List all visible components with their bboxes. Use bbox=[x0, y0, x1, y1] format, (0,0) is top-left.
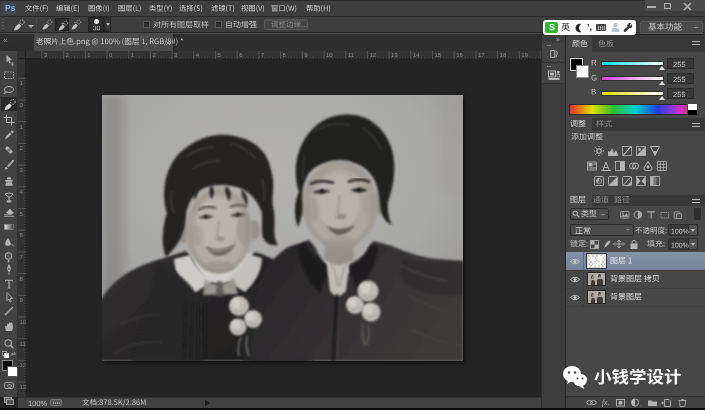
svg-text:fx.: fx. bbox=[602, 398, 609, 407]
svg-text:9: 9 bbox=[20, 297, 24, 303]
svg-text:+: + bbox=[61, 20, 65, 26]
svg-text:7: 7 bbox=[20, 254, 24, 260]
svg-text:5: 5 bbox=[20, 211, 24, 217]
svg-text:1: 1 bbox=[20, 80, 24, 86]
svg-text:1: 1 bbox=[20, 124, 24, 130]
svg-text:8: 8 bbox=[20, 276, 24, 282]
svg-text:3: 3 bbox=[20, 167, 24, 173]
svg-text:-: - bbox=[74, 19, 76, 25]
svg-text:2: 2 bbox=[20, 145, 24, 151]
svg-text:6: 6 bbox=[20, 232, 24, 238]
svg-text:0: 0 bbox=[20, 102, 24, 108]
svg-text:4: 4 bbox=[20, 189, 24, 195]
svg-text:.: . bbox=[640, 401, 641, 407]
